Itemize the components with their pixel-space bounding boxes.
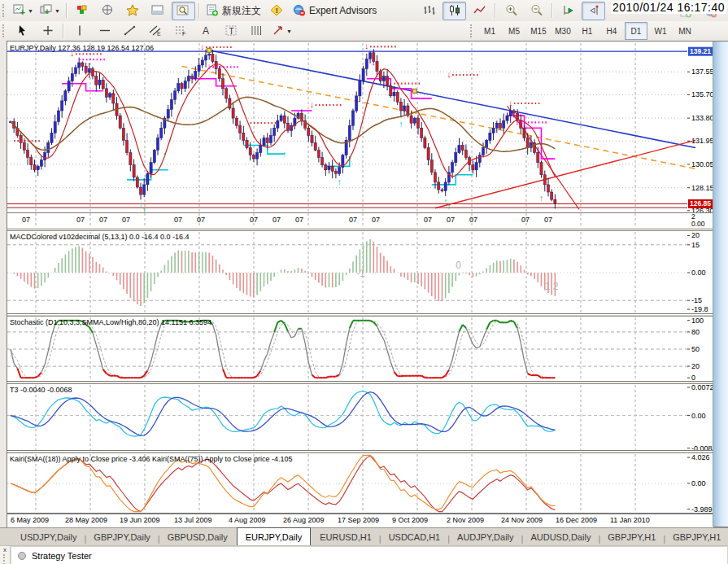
hline-icon bbox=[98, 24, 111, 38]
svg-text:F: F bbox=[182, 31, 185, 37]
linechart-icon bbox=[473, 4, 486, 18]
tab-GBPJPY-H1[interactable]: GBPJPY,H1 bbox=[599, 529, 665, 545]
svg-text:T: T bbox=[229, 26, 233, 35]
cursor-button[interactable] bbox=[11, 22, 34, 41]
profiles-button[interactable]: +▼ bbox=[37, 2, 63, 20]
timeframe-MN[interactable]: MN bbox=[674, 22, 696, 40]
tab-EURUSD-H1[interactable]: EURUSD,H1 bbox=[311, 529, 381, 545]
tab-AUDUSD-Daily[interactable]: AUDUSD,Daily bbox=[521, 529, 599, 545]
svg-text:20: 20 bbox=[691, 231, 700, 239]
tab-USDCAD-H1[interactable]: USDCAD,H1 bbox=[380, 529, 450, 545]
strategy-tester-button[interactable] bbox=[172, 2, 195, 20]
timeframe-M1[interactable]: M1 bbox=[478, 22, 501, 40]
svg-text:07: 07 bbox=[349, 216, 357, 224]
date-label: 2 Nov 2009 bbox=[447, 516, 484, 524]
horizontal-line-button[interactable] bbox=[93, 22, 116, 41]
svg-text:↑: ↑ bbox=[142, 204, 146, 212]
chart-shift-button[interactable] bbox=[582, 2, 605, 20]
zoom-out-button[interactable] bbox=[525, 2, 548, 20]
navigator-button[interactable] bbox=[121, 2, 145, 20]
svg-text:↑: ↑ bbox=[282, 149, 287, 159]
timeframe-H1[interactable]: H1 bbox=[576, 22, 599, 40]
candlestick-chart-button[interactable] bbox=[442, 2, 466, 20]
time-axis[interactable]: 6 May 200928 May 200919 Jun 200913 Jul 2… bbox=[7, 514, 713, 527]
date-label: 11 Jan 2010 bbox=[610, 516, 650, 524]
label-button[interactable]: T bbox=[219, 22, 242, 41]
strategy-tester-bar[interactable]: Strategy Tester bbox=[11, 546, 728, 564]
date-label: 26 Aug 2009 bbox=[283, 516, 325, 524]
toolbar-left-group: +▼+▼新規注文!Expert Advisors bbox=[10, 2, 380, 20]
timeframes-toolbar: M1M5M15M30H1H4D1W1MN bbox=[468, 22, 697, 40]
svg-text:+: + bbox=[45, 7, 50, 16]
timeframe-H4[interactable]: H4 bbox=[600, 22, 623, 40]
timeframe-M30[interactable]: M30 bbox=[551, 22, 574, 40]
timeframe-M15[interactable]: M15 bbox=[527, 22, 550, 40]
tab-AUDJPY-Daily[interactable]: AUDJPY,Daily bbox=[448, 529, 523, 545]
stochastic-pane[interactable]: 1008050200Stochastic (D1,10,3,3,SMMA,Low… bbox=[7, 317, 713, 385]
date-label: 19 Jun 2009 bbox=[120, 516, 160, 524]
svg-text:Stochastic (D1,10,3,3,SMMA,Low: Stochastic (D1,10,3,3,SMMA,Low/High,80,2… bbox=[10, 318, 211, 326]
cycles-icon bbox=[250, 24, 263, 38]
t3-pane[interactable]: 0.00720.00-0.0083T3 -0.0040 -0.0068 bbox=[7, 384, 713, 454]
svg-text:135.70: 135.70 bbox=[691, 90, 713, 98]
svg-text:20: 20 bbox=[691, 362, 700, 370]
chart-window[interactable]: ↓↓↓↓↑↑↑↓↑↑↓↓↑↓↑↑↓↓↑139.21126.85137.55135… bbox=[7, 41, 728, 527]
svg-text:↓: ↓ bbox=[515, 116, 520, 126]
svg-text:1 2: 1 2 bbox=[545, 281, 559, 292]
arrows-button[interactable]: ▼ bbox=[269, 22, 294, 41]
vertical-line-button[interactable] bbox=[68, 22, 91, 41]
svg-text:-3.989: -3.989 bbox=[691, 505, 713, 514]
timeframe-D1[interactable]: D1 bbox=[625, 22, 647, 40]
zoom-in-button[interactable] bbox=[499, 2, 523, 20]
toolbar-grip[interactable] bbox=[2, 4, 7, 17]
market-watch-icon bbox=[76, 4, 89, 18]
equidistant-channel-button[interactable]: E bbox=[143, 22, 167, 41]
tab-USDJPY-Daily[interactable]: USDJPY,Daily bbox=[11, 529, 86, 545]
new-chart-button[interactable]: +▼ bbox=[11, 2, 36, 20]
tab-EURJPY-Daily[interactable]: EURJPY,Daily bbox=[237, 527, 312, 545]
alert-button[interactable]: ! bbox=[265, 2, 289, 20]
svg-text:↓: ↓ bbox=[447, 69, 451, 79]
timeframes-grip[interactable] bbox=[470, 24, 474, 37]
toolbar-grip-2[interactable] bbox=[2, 24, 7, 37]
bar-chart-button[interactable] bbox=[417, 2, 441, 20]
tester-close-button[interactable]: x bbox=[3, 547, 7, 553]
market-watch-button[interactable] bbox=[71, 2, 94, 20]
svg-text:-19.8: -19.8 bbox=[691, 305, 708, 313]
data-window-button[interactable] bbox=[96, 2, 120, 20]
svg-text:0.00: 0.00 bbox=[691, 269, 706, 277]
vline-icon bbox=[73, 24, 86, 38]
trendline-button[interactable] bbox=[118, 22, 142, 41]
arrows-icon bbox=[272, 24, 285, 38]
macd-pane[interactable]: -101 220150.00-15-19.8MACDColored v102de… bbox=[7, 231, 713, 317]
alert-icon: ! bbox=[270, 4, 283, 18]
tab-GBPUSD-Daily[interactable]: GBPUSD,Daily bbox=[159, 529, 237, 545]
cursor-icon bbox=[16, 24, 29, 38]
chart-right-strip bbox=[713, 42, 728, 527]
cycle-lines-button[interactable] bbox=[244, 22, 268, 41]
timeframe-W1[interactable]: W1 bbox=[649, 22, 672, 40]
tester-grip[interactable] bbox=[3, 554, 7, 564]
new-order-button-label: 新規注文 bbox=[222, 4, 261, 18]
svg-text:0.00: 0.00 bbox=[691, 479, 706, 487]
tab-GBPJPY-H1[interactable]: GBPJPY,H1 bbox=[664, 529, 728, 545]
textA-icon: A bbox=[199, 24, 212, 38]
svg-text:Kairi(SMA((18)) Apply to Close: Kairi(SMA((18)) Apply to Close price -3.… bbox=[10, 455, 293, 463]
line-chart-button[interactable] bbox=[468, 2, 491, 20]
tab-GBPJPY-Daily[interactable]: GBPJPY,Daily bbox=[85, 529, 159, 545]
terminal-button[interactable] bbox=[146, 2, 170, 20]
new-order-button[interactable]: 新規注文 bbox=[203, 2, 264, 20]
expert-advisors-button[interactable]: Expert Advisors bbox=[290, 2, 379, 20]
kairi-pane[interactable]: 4.0260.00-3.989Kairi(SMA((18)) Apply to … bbox=[7, 453, 713, 517]
crosshair2-icon bbox=[41, 24, 54, 38]
date-label: 24 Nov 2009 bbox=[501, 516, 543, 524]
timeframe-M5[interactable]: M5 bbox=[503, 22, 525, 40]
price-pane[interactable]: ↓↓↓↓↑↑↑↓↑↑↓↓↑↓↑↑↓↓↑139.21126.85137.55135… bbox=[7, 42, 713, 216]
fibonacci-button[interactable]: F bbox=[168, 22, 192, 41]
date-label: 4 Aug 2009 bbox=[229, 516, 266, 524]
svg-text:↓: ↓ bbox=[372, 57, 377, 67]
toolbar-separator bbox=[551, 3, 553, 18]
crosshair-button[interactable] bbox=[36, 22, 59, 41]
text-button[interactable]: A bbox=[194, 22, 217, 41]
auto-scroll-button[interactable] bbox=[556, 2, 580, 20]
